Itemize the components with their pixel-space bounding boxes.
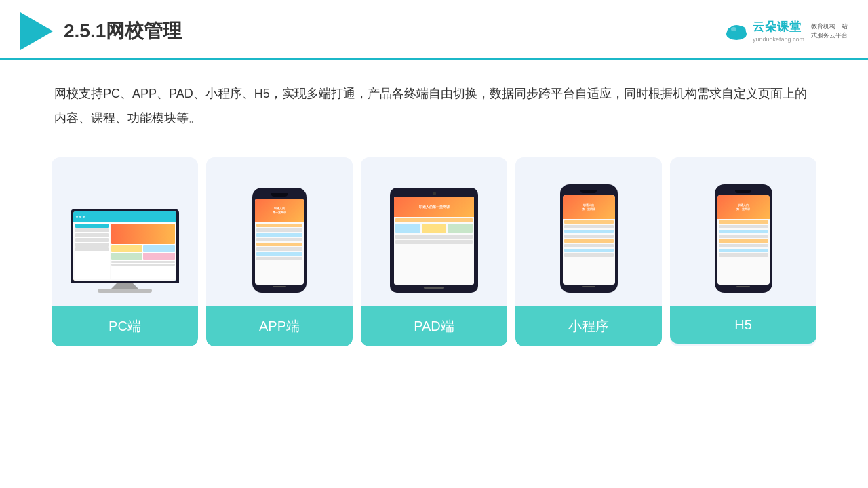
pc-main <box>111 223 176 279</box>
mini-screen-top: 职通人的第一堂网课 <box>563 195 615 219</box>
device-cards-container: PC端 职通人的第一堂网课 <box>0 144 868 367</box>
h5-screen-text: 职通人的第一堂网课 <box>736 203 750 210</box>
description-section: 网校支持PC、APP、PAD、小程序、H5，实现多端打通，产品各终端自由切换，数… <box>0 60 868 144</box>
pc-label: PC端 <box>52 306 198 346</box>
header-right: 云朵课堂 yunduoketang.com 教育机构一站 式服务云平台 <box>724 19 848 43</box>
app-row-5 <box>256 243 302 246</box>
h5-row-6 <box>719 244 768 247</box>
app-label: APP端 <box>206 306 353 346</box>
tablet-grid <box>395 224 473 233</box>
mini-screen-text: 职通人的第一堂网课 <box>582 203 595 210</box>
h5-row-5 <box>719 239 768 243</box>
tablet-top-text: 职通人的第一堂网课 <box>419 205 450 209</box>
header-left: 2.5.1网校管理 <box>20 12 182 50</box>
tablet-screen-body <box>394 217 474 247</box>
miniprogram-image: 职通人的第一堂网课 <box>526 171 651 293</box>
app-home-bar <box>273 286 286 287</box>
h5-label: H5 <box>670 306 816 344</box>
app-card: 职通人的第一堂网课 APP端 <box>206 157 353 346</box>
pad-image: 职通人的第一堂网课 <box>372 171 496 293</box>
mini-row-6 <box>564 244 614 247</box>
app-screen: 职通人的第一堂网课 <box>255 199 304 285</box>
tablet-row-1 <box>395 218 473 222</box>
pc-sidebar <box>75 223 110 279</box>
app-row-8 <box>256 257 302 260</box>
brand-url: yunduoketang.com <box>753 35 804 44</box>
tablet-block-2 <box>422 224 447 233</box>
pc-dot-3 <box>83 216 85 218</box>
h5-phone-mockup: 职通人的第一堂网课 <box>715 184 772 293</box>
cloud-icon <box>724 22 749 41</box>
pc-dot-1 <box>76 216 78 218</box>
pc-grid <box>111 245 175 260</box>
tablet-screen-top: 职通人的第一堂网课 <box>394 197 474 217</box>
tablet-row-3 <box>395 240 473 244</box>
mini-screen: 职通人的第一堂网课 <box>563 195 615 285</box>
h5-row-4 <box>719 235 768 238</box>
tablet-mockup: 职通人的第一堂网课 <box>390 188 478 293</box>
h5-screen-top: 职通人的第一堂网课 <box>717 195 770 219</box>
mini-row-3 <box>564 230 614 233</box>
h5-image: 职通人的第一堂网课 <box>681 171 806 293</box>
mini-row-7 <box>564 249 614 252</box>
pc-screen-bar <box>73 211 176 222</box>
pad-label: PAD端 <box>361 306 507 346</box>
app-image: 职通人的第一堂网课 <box>217 171 342 293</box>
tablet-block-3 <box>448 224 473 233</box>
mini-row-4 <box>564 235 614 238</box>
h5-row-8 <box>719 253 768 257</box>
brand-name: 云朵课堂 <box>753 19 804 35</box>
mini-screen-body <box>563 219 615 258</box>
h5-row-1 <box>719 220 768 224</box>
app-row-1 <box>256 224 302 227</box>
miniprogram-card: 职通人的第一堂网课 小程序 <box>515 157 662 346</box>
mini-phone-mockup: 职通人的第一堂网课 <box>560 184 618 293</box>
app-row-6 <box>256 247 302 251</box>
pc-base <box>98 289 152 293</box>
mini-row-8 <box>564 253 614 257</box>
pc-mockup <box>71 209 179 293</box>
pc-card: PC端 <box>52 157 198 346</box>
tablet-row-2 <box>395 235 473 239</box>
tablet-home <box>424 287 444 289</box>
h5-screen: 职通人的第一堂网课 <box>717 195 770 285</box>
pc-stand <box>111 283 138 289</box>
pc-screen-body <box>73 222 176 281</box>
pc-image <box>62 171 187 293</box>
pc-screen-outer <box>71 209 179 283</box>
app-row-4 <box>256 238 302 241</box>
app-screen-top: 职通人的第一堂网课 <box>255 199 304 222</box>
logo-triangle-icon <box>20 12 53 50</box>
h5-notch <box>735 190 751 193</box>
mini-home-bar <box>582 286 595 287</box>
h5-row-3 <box>719 230 768 233</box>
brand-logo: 云朵课堂 yunduoketang.com 教育机构一站 式服务云平台 <box>724 19 848 43</box>
app-screen-text: 职通人的第一堂网课 <box>273 207 286 214</box>
app-row-7 <box>256 252 302 256</box>
pc-screen-inner <box>73 211 176 281</box>
tablet-screen: 职通人的第一堂网课 <box>394 197 474 285</box>
h5-screen-body <box>717 219 770 258</box>
header: 2.5.1网校管理 云朵课堂 yunduoketang.com <box>0 0 868 60</box>
h5-row-2 <box>719 225 768 228</box>
pc-dot-2 <box>79 216 81 218</box>
tablet-block-1 <box>395 224 420 233</box>
mini-row-5 <box>564 239 614 243</box>
app-phone-mockup: 职通人的第一堂网课 <box>252 188 307 293</box>
description-text: 网校支持PC、APP、PAD、小程序、H5，实现多端打通，产品各终端自由切换，数… <box>54 81 814 130</box>
app-notch <box>271 193 288 197</box>
mini-row-2 <box>564 225 614 228</box>
miniprogram-label: 小程序 <box>515 306 662 346</box>
app-screen-body <box>255 222 304 262</box>
brand-tagline-2: 式服务云平台 <box>811 31 848 40</box>
brand-tagline-1: 教育机构一站 <box>811 22 848 31</box>
mini-row-1 <box>564 220 614 224</box>
h5-card: 职通人的第一堂网课 H5 <box>670 157 816 346</box>
app-row-3 <box>256 233 302 237</box>
pc-banner <box>111 224 175 244</box>
mini-notch <box>580 190 597 193</box>
page-title: 2.5.1网校管理 <box>64 18 182 44</box>
description-content: 网校支持PC、APP、PAD、小程序、H5，实现多端打通，产品各终端自由切换，数… <box>54 87 807 125</box>
tablet-camera <box>433 192 436 195</box>
h5-home-bar <box>736 286 750 287</box>
